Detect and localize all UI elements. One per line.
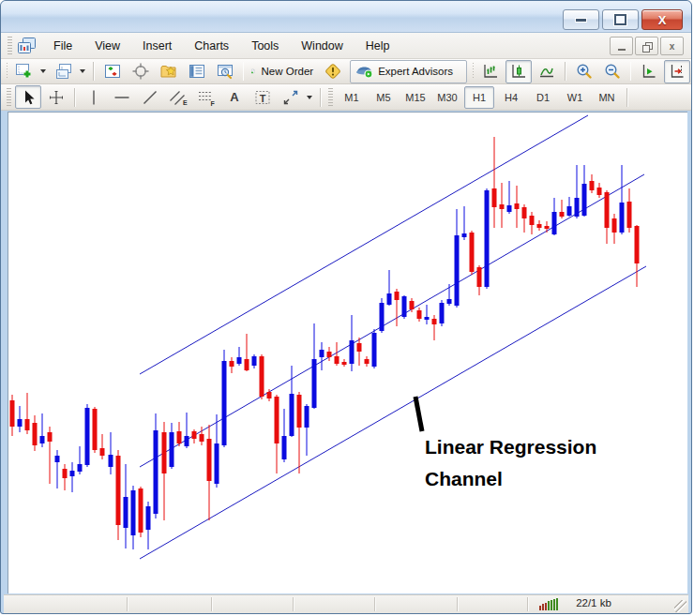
statusbar-separator — [127, 597, 128, 611]
toolbar-grip[interactable] — [7, 63, 8, 80]
candlestick-chart[interactable] — [8, 113, 687, 593]
menu-items: FileViewInsertChartsToolsWindowHelp — [42, 37, 401, 55]
crosshair-button[interactable] — [43, 85, 69, 109]
candle — [432, 315, 437, 340]
minimize-button[interactable] — [563, 9, 599, 30]
alert-button[interactable] — [320, 60, 346, 83]
chart-bars-button[interactable] — [477, 60, 504, 83]
candle — [380, 298, 385, 333]
title-bar[interactable]: X — [1, 1, 691, 33]
candle — [109, 432, 113, 474]
regression-channel-lower-line[interactable] — [140, 266, 646, 559]
toolbar-grip[interactable] — [7, 88, 11, 106]
text-button[interactable]: A — [221, 85, 248, 109]
expert-advisors-button[interactable]: Expert Advisors — [350, 60, 467, 83]
traffic-counter: 22/1 kb — [565, 597, 623, 608]
chart-shift-button[interactable] — [664, 60, 690, 83]
toolbar-grip[interactable] — [473, 63, 474, 80]
candle — [425, 305, 430, 324]
annotation-arrow[interactable] — [415, 397, 422, 431]
candle — [200, 427, 204, 445]
candle — [237, 347, 242, 366]
timeframe-mn[interactable]: MN — [592, 86, 622, 109]
equidistant-channel-button[interactable]: E — [165, 85, 191, 109]
zoom-in-button[interactable] — [571, 60, 597, 83]
candle — [18, 406, 23, 432]
profiles-dropdown[interactable] — [80, 69, 85, 73]
regression-channel-middle-line[interactable] — [140, 174, 644, 467]
menu-item-tools[interactable]: Tools — [240, 37, 290, 55]
text-label-button[interactable]: T — [249, 85, 276, 109]
timeframe-m15[interactable]: M15 — [400, 86, 430, 109]
new-chart-button[interactable] — [11, 60, 38, 83]
timeframe-m5[interactable]: M5 — [369, 86, 399, 109]
market-watch-button[interactable] — [99, 60, 126, 83]
zoom-out-button[interactable] — [599, 60, 626, 83]
candle — [78, 446, 83, 474]
doc-restore-button[interactable] — [635, 37, 658, 55]
navigator-button[interactable] — [156, 60, 182, 83]
menu-item-insert[interactable]: Insert — [131, 37, 183, 55]
candle — [25, 393, 30, 434]
auto-scroll-button[interactable] — [636, 60, 662, 83]
doc-close-button[interactable]: x — [660, 37, 684, 55]
chart-line-button[interactable] — [534, 60, 560, 83]
new-chart-dropdown[interactable] — [40, 69, 46, 73]
arrows-button[interactable] — [278, 85, 304, 109]
timeframe-m1[interactable]: M1 — [337, 86, 367, 109]
strategy-tester-button[interactable] — [212, 60, 238, 83]
statusbar-separator — [374, 597, 376, 611]
menu-item-charts[interactable]: Charts — [183, 37, 240, 55]
terminal-button[interactable] — [184, 60, 210, 83]
candle — [215, 414, 219, 488]
chart-panel[interactable]: Linear Regression Channel — [8, 112, 687, 593]
candle — [305, 404, 309, 456]
profiles-icon — [54, 62, 73, 81]
regression-channel-label[interactable]: Linear Regression Channel — [425, 431, 596, 495]
menu-item-file[interactable]: File — [42, 37, 83, 55]
doc-restore-icon — [642, 42, 651, 51]
candlestick-chart-icon — [509, 62, 528, 81]
arrows-dropdown[interactable] — [307, 96, 312, 99]
svg-text:E: E — [183, 99, 188, 106]
toolbar-grip[interactable] — [328, 88, 333, 106]
menu-item-window[interactable]: Window — [290, 37, 354, 55]
maximize-button[interactable] — [602, 9, 639, 30]
arrows-tool-icon — [281, 88, 300, 107]
separator — [565, 62, 566, 81]
crosshair-circle-icon — [131, 62, 150, 81]
candle — [590, 174, 595, 193]
chart-candles-button[interactable] — [505, 60, 532, 83]
timeframe-h1[interactable]: H1 — [464, 86, 494, 109]
statusbar-separator — [211, 597, 213, 611]
menu-item-help[interactable]: Help — [355, 37, 401, 55]
candle — [207, 425, 212, 520]
candle — [10, 395, 15, 436]
new-order-button[interactable] — [249, 60, 258, 83]
candle — [500, 183, 505, 228]
resize-grip[interactable] — [674, 600, 686, 612]
vertical-line-button[interactable] — [81, 85, 107, 109]
regression-channel-upper-line[interactable] — [140, 115, 588, 374]
candle — [620, 165, 625, 234]
doc-minimize-button[interactable] — [610, 37, 633, 55]
window-frame-bottom — [1, 613, 691, 614]
data-window-button[interactable] — [128, 60, 154, 83]
chart-region: Linear Regression Channel — [1, 111, 691, 594]
timeframe-m30[interactable]: M30 — [432, 86, 462, 109]
candle — [635, 225, 640, 287]
close-button[interactable]: X — [641, 9, 683, 30]
timeframe-h4[interactable]: H4 — [496, 86, 526, 109]
fibonacci-button[interactable]: F — [193, 85, 219, 109]
candle — [477, 265, 482, 295]
cursor-button[interactable] — [15, 85, 41, 109]
timeframe-w1[interactable]: W1 — [560, 86, 590, 109]
trendline-button[interactable] — [137, 85, 163, 109]
profiles-button[interactable] — [51, 60, 77, 83]
timeframe-d1[interactable]: D1 — [528, 86, 558, 109]
horizontal-line-button[interactable] — [109, 85, 135, 109]
menu-bar: FileViewInsertChartsToolsWindowHelp x — [1, 33, 691, 59]
menu-item-view[interactable]: View — [83, 37, 131, 55]
new-order-label[interactable]: New Order — [262, 66, 314, 77]
menubar-grip[interactable] — [8, 37, 12, 54]
